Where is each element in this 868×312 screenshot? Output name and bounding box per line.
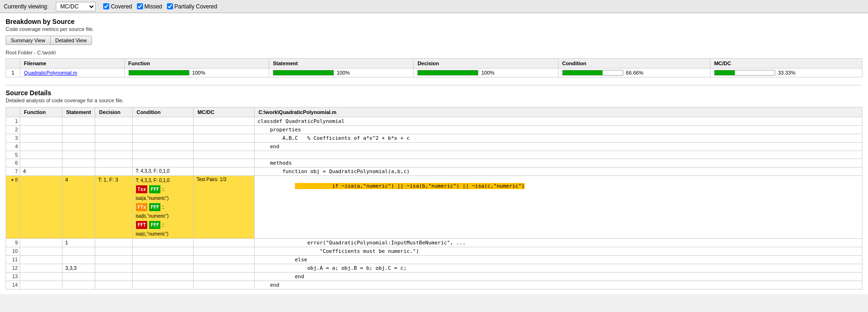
- currently-viewing-label: Currently viewing:: [4, 3, 48, 10]
- line-num: 7: [6, 167, 20, 176]
- cond-sep1: ::: [162, 186, 165, 193]
- fn-cell: [20, 117, 62, 126]
- table-row: 3 A,B,C % Coefficients of a*x^2 + b*x + …: [6, 134, 862, 143]
- stmt-cell: 4: [62, 176, 95, 239]
- partially-label: Partially Covered: [174, 3, 217, 10]
- table-row: 12 3,3,3 obj.A = a; obj.B = b; obj.C = c…: [6, 264, 862, 273]
- code-cell: [255, 151, 862, 159]
- line-num: 14: [6, 281, 20, 289]
- table-row: 14 end: [6, 281, 862, 289]
- table-row: 4 end: [6, 143, 862, 151]
- summary-view-btn[interactable]: Summary View: [6, 36, 50, 45]
- col-decision: Decision: [414, 59, 558, 68]
- row-filename[interactable]: QuadraticPolynomial.m: [20, 68, 125, 77]
- col-linenum: [6, 107, 20, 117]
- row-condition: 66.66%: [558, 68, 710, 77]
- breakdown-section: Breakdown by Source Code coverage metric…: [6, 18, 862, 77]
- code-cell: methods: [255, 159, 862, 167]
- line-num: 13: [6, 273, 20, 281]
- viewing-dropdown[interactable]: MC/DC Function Statement Decision Condit…: [56, 2, 96, 11]
- cond-cell: T: 4,3,3, F: 0,1,0: [133, 167, 194, 176]
- line-num: 2: [6, 126, 20, 134]
- code-cell: function obj = QuadraticPolynomial(a,b,c…: [255, 167, 862, 176]
- row-statement: 100%: [269, 68, 414, 77]
- col-num: [6, 59, 20, 68]
- col-cond: Condition: [133, 107, 194, 117]
- cond-sep2: ::: [162, 204, 165, 211]
- table-row: ▾8 4 T: 1, F: 3 T: 4,3,3, F: 0,1,0 Txx F…: [6, 176, 862, 239]
- missed-checkbox[interactable]: [137, 3, 143, 9]
- line-num: ▾8: [6, 176, 20, 239]
- code-cell: end: [255, 281, 862, 289]
- cond-cell: T: 4,3,3, F: 0,1,0 Txx FFF :: isa(a,"num…: [133, 176, 194, 239]
- row-num: 1: [6, 68, 20, 77]
- table-row: 10 "Coefficients must be numeric."): [6, 247, 862, 256]
- code-cell: obj.A = a; obj.B = b; obj.C = c;: [255, 264, 862, 273]
- missed-label: Missed: [144, 3, 162, 10]
- table-row: 6 methods: [6, 159, 862, 167]
- covered-label: Covered: [111, 3, 132, 10]
- expand-arrow[interactable]: ▾: [11, 177, 14, 183]
- row-mcdc: 33.33%: [710, 68, 862, 77]
- badge-txx: Txx: [136, 185, 147, 193]
- code-cell: error("QuadraticPolynomial:InputMustBeNu…: [255, 239, 862, 247]
- mcdc-cell: [194, 117, 255, 126]
- col-fn: Function: [20, 107, 62, 117]
- view-buttons: Summary View Detailed View: [6, 36, 862, 45]
- code-cell: if ~isa(a,"numeric") || ~isa(b,"numeric"…: [255, 176, 862, 239]
- source-details-title: Source Details: [6, 89, 862, 97]
- summary-table: Filename Function Statement Decision Con…: [6, 58, 862, 77]
- line-num: 3: [6, 134, 20, 143]
- badge-fff1: FFF: [149, 185, 160, 193]
- line-num: 5: [6, 151, 20, 159]
- top-bar: Currently viewing: MC/DC Function Statem…: [0, 0, 868, 13]
- code-cell: else: [255, 256, 862, 264]
- col-stmt: Statement: [62, 107, 95, 117]
- code-cell: properties: [255, 126, 862, 134]
- col-mcdc: MC/DC: [710, 59, 862, 68]
- partially-checkbox-label[interactable]: Partially Covered: [167, 3, 217, 10]
- root-folder: Root Folder - C:\work\: [6, 50, 862, 55]
- col-statement: Statement: [269, 59, 414, 68]
- table-row: 5: [6, 151, 862, 159]
- badge-fff3: FFF: [149, 221, 160, 229]
- stmt-cell: 3,3,3: [62, 264, 95, 273]
- badge-fff2: FFF: [149, 203, 160, 211]
- mcdc-cell: Test Pairs: 1/3: [194, 176, 255, 239]
- stmt-cell: 1: [62, 239, 95, 247]
- row-function: 100%: [124, 68, 269, 77]
- row-decision: 100%: [414, 68, 558, 77]
- code-cell: end: [255, 273, 862, 281]
- table-row: 11 else: [6, 256, 862, 264]
- code-cell: end: [255, 143, 862, 151]
- covered-checkbox-label[interactable]: Covered: [103, 3, 132, 10]
- source-details-subtitle: Detailed analysis of code coverage for a…: [6, 98, 862, 103]
- table-row: 1 classdef QuadraticPolynomial: [6, 117, 862, 126]
- stmt-cell: [62, 117, 95, 126]
- col-mcdc: MC/DC: [194, 107, 255, 117]
- table-row: 1 QuadraticPolynomial.m 100% 100%: [6, 68, 862, 77]
- line-num: 6: [6, 159, 20, 167]
- detailed-view-btn[interactable]: Detailed View: [50, 36, 92, 45]
- line-num: 9: [6, 239, 20, 247]
- code-cell: classdef QuadraticPolynomial: [255, 117, 862, 126]
- dec-cell: T: 1, F: 3: [95, 176, 133, 239]
- breakdown-title: Breakdown by Source: [6, 18, 862, 25]
- cond-text3: isa(c,"numeric"): [136, 230, 168, 237]
- line-num: 4: [6, 143, 20, 151]
- table-row: 9 1 error("QuadraticPolynomial:InputMust…: [6, 239, 862, 247]
- covered-checkbox[interactable]: [103, 3, 109, 9]
- col-condition: Condition: [558, 59, 710, 68]
- missed-checkbox-label[interactable]: Missed: [137, 3, 162, 10]
- filter-checkboxes: Covered Missed Partially Covered: [103, 3, 217, 10]
- badge-fft: FFT: [136, 221, 147, 229]
- partially-checkbox[interactable]: [167, 3, 173, 9]
- col-filename: Filename: [20, 59, 125, 68]
- cond-cell: [133, 117, 194, 126]
- line-num: 12: [6, 264, 20, 273]
- table-row: 13 end: [6, 273, 862, 281]
- col-dec: Decision: [95, 107, 133, 117]
- line-num: 10: [6, 247, 20, 256]
- code-cell: "Coefficients must be numeric."): [255, 247, 862, 256]
- badge-ftx: FTx: [136, 203, 147, 211]
